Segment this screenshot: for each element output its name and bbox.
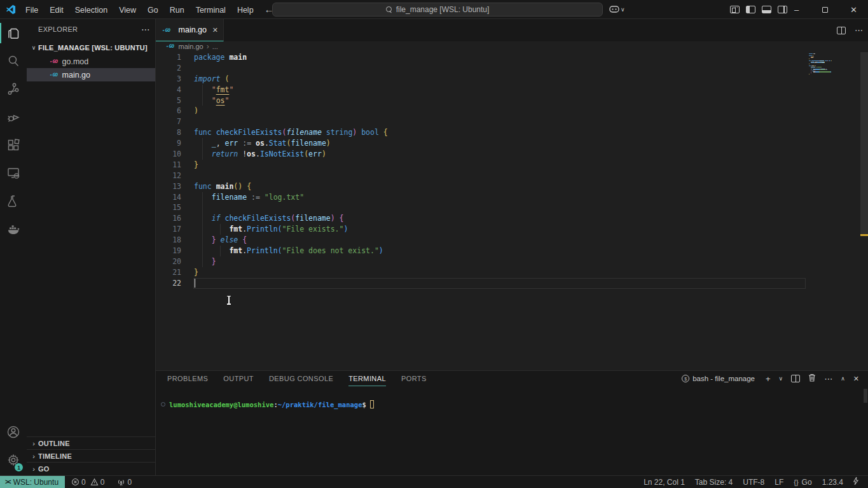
- code-line[interactable]: 22: [156, 278, 806, 289]
- code-line[interactable]: 13func main() {: [156, 181, 806, 192]
- maximize-button[interactable]: [811, 0, 839, 19]
- code-line[interactable]: 2: [156, 63, 806, 74]
- menu-selection[interactable]: Selection: [69, 6, 113, 15]
- code-editor[interactable]: 1package main23import (4 "fmt"5 "os"6)78…: [156, 51, 868, 370]
- ports-status[interactable]: 0: [113, 478, 135, 487]
- remote-indicator[interactable]: >< WSL: Ubuntu: [0, 476, 65, 488]
- code-area[interactable]: 1package main23import (4 "fmt"5 "os"6)78…: [156, 52, 806, 289]
- status-go[interactable]: {}Go: [789, 478, 816, 487]
- file-item-go.mod[interactable]: GOgo.mod: [27, 55, 155, 68]
- menu-edit[interactable]: Edit: [44, 6, 69, 15]
- code-line[interactable]: 20 }: [156, 256, 806, 267]
- accounts-icon[interactable]: [0, 418, 27, 446]
- code-line[interactable]: 17 fmt.Println("File exists."): [156, 224, 806, 235]
- customize-layout-icon[interactable]: [730, 6, 740, 13]
- panel-tab-ports[interactable]: PORTS: [401, 371, 427, 386]
- code-line[interactable]: 4 "fmt": [156, 85, 806, 95]
- tab-main-go[interactable]: GO main.go ✕: [156, 19, 224, 41]
- status-ln-22-col-1[interactable]: Ln 22, Col 1: [638, 478, 690, 487]
- code-line[interactable]: 11}: [156, 160, 806, 171]
- code-line[interactable]: 6): [156, 106, 806, 116]
- section-go[interactable]: ›GO: [27, 462, 155, 475]
- panel-tab-debug-console[interactable]: DEBUG CONSOLE: [269, 371, 333, 386]
- code-line[interactable]: 15: [156, 202, 806, 213]
- section-outline[interactable]: ›OUTLINE: [27, 436, 155, 449]
- menu-view[interactable]: View: [113, 6, 142, 15]
- menu-run[interactable]: Run: [164, 6, 190, 15]
- radio-tower-icon: [117, 478, 125, 486]
- status-lf[interactable]: LF: [769, 478, 789, 487]
- code-line[interactable]: 5 "os": [156, 95, 806, 106]
- status-tab-size-4[interactable]: Tab Size: 4: [690, 478, 738, 487]
- code-line[interactable]: 12: [156, 171, 806, 181]
- minimize-button[interactable]: –: [782, 0, 811, 19]
- sidebar-sections: ›OUTLINE›TIMELINE›GO: [27, 436, 155, 475]
- editor-caret: [195, 279, 196, 288]
- status-1-23-4[interactable]: 1.23.4: [817, 478, 848, 487]
- terminal[interactable]: lumoshiveacademy@lumoshive : ~/praktik/f…: [156, 386, 868, 475]
- sidebar-more-icon[interactable]: ⋯: [141, 24, 150, 34]
- toggle-panel-icon[interactable]: [762, 6, 771, 13]
- code-line[interactable]: 1package main: [156, 52, 806, 63]
- close-window-button[interactable]: ✕: [839, 0, 868, 19]
- code-line[interactable]: 19 fmt.Println("File does not exist."): [156, 246, 806, 256]
- editor-scrollbar[interactable]: [860, 51, 868, 370]
- code-line[interactable]: 10 return !os.IsNotExist(err): [156, 149, 806, 160]
- toggle-sidebar-icon[interactable]: [746, 6, 755, 13]
- breadcrumb-more[interactable]: ...: [212, 43, 218, 50]
- file-item-main.go[interactable]: GOmain.go: [27, 68, 155, 81]
- menu-go[interactable]: Go: [142, 6, 164, 15]
- sidebar-title: EXPLORER: [38, 25, 141, 33]
- close-panel-icon[interactable]: ✕: [853, 375, 859, 382]
- minimap[interactable]: [809, 53, 853, 76]
- terminal-scrollbar[interactable]: [864, 389, 867, 403]
- panel-tab-output[interactable]: OUTPUT: [223, 371, 254, 386]
- scrollbar-slider[interactable]: [860, 52, 868, 235]
- problems-status[interactable]: 0 0: [67, 478, 108, 487]
- editor-more-icon[interactable]: ⋯: [855, 26, 863, 34]
- activity-source-control-icon[interactable]: [0, 75, 27, 103]
- panel-tab-problems[interactable]: PROBLEMS: [167, 371, 208, 386]
- copilot-icon[interactable]: [609, 4, 619, 15]
- panel-tab-terminal[interactable]: TERMINAL: [348, 371, 386, 386]
- code-line[interactable]: 14 filename := "log.txt": [156, 192, 806, 203]
- go-language-server-icon[interactable]: [848, 477, 863, 487]
- code-line[interactable]: 16 if checkFileExists(filename) {: [156, 213, 806, 224]
- code-line[interactable]: 9 _, err := os.Stat(filename): [156, 138, 806, 149]
- code-text: func checkFileExists(filename string) bo…: [194, 127, 388, 138]
- tree-root-folder[interactable]: ∨ FILE_MANAGE [WSL: UBUNTU]: [27, 41, 155, 55]
- code-line[interactable]: 3import (: [156, 74, 806, 85]
- activity-run-debug-icon[interactable]: [0, 103, 27, 131]
- breadcrumb-file[interactable]: main.go: [179, 43, 203, 50]
- activity-extensions-icon[interactable]: [0, 131, 27, 159]
- new-terminal-icon[interactable]: +: [766, 375, 771, 383]
- split-editor-icon[interactable]: [837, 27, 846, 34]
- maximize-panel-icon[interactable]: ∧: [841, 376, 845, 382]
- settings-gear-icon[interactable]: 1: [0, 446, 27, 474]
- activity-testing-icon[interactable]: [0, 187, 27, 215]
- code-line[interactable]: 8func checkFileExists(filename string) b…: [156, 127, 806, 138]
- section-timeline[interactable]: ›TIMELINE: [27, 449, 155, 462]
- split-terminal-icon[interactable]: [791, 375, 800, 382]
- code-line[interactable]: 21}: [156, 267, 806, 278]
- code-line[interactable]: 18 } else {: [156, 235, 806, 246]
- kill-terminal-icon[interactable]: [808, 373, 816, 384]
- line-number: 4: [156, 85, 181, 95]
- terminal-dropdown-chevron-icon[interactable]: ∨: [779, 376, 783, 382]
- code-line[interactable]: 7: [156, 116, 806, 127]
- activity-search-icon[interactable]: [0, 47, 27, 75]
- menu-file[interactable]: File: [20, 6, 44, 15]
- activity-remote-explorer-icon[interactable]: [0, 159, 27, 187]
- status-utf-8[interactable]: UTF-8: [738, 478, 769, 487]
- menu-help[interactable]: Help: [231, 6, 259, 15]
- line-number: 10: [156, 149, 181, 160]
- menu-terminal[interactable]: Terminal: [190, 6, 231, 15]
- tab-close-icon[interactable]: ✕: [212, 26, 218, 34]
- activity-explorer-icon[interactable]: [0, 19, 27, 47]
- terminal-instance[interactable]: $ bash - file_manage: [682, 375, 755, 382]
- panel-more-icon[interactable]: ⋯: [824, 375, 832, 383]
- activity-docker-icon[interactable]: [0, 215, 27, 243]
- command-center-search[interactable]: file_manage [WSL: Ubuntu]: [272, 3, 603, 17]
- copilot-chevron-down-icon[interactable]: ∨: [621, 7, 625, 13]
- chevron-right-icon: ›: [29, 452, 38, 460]
